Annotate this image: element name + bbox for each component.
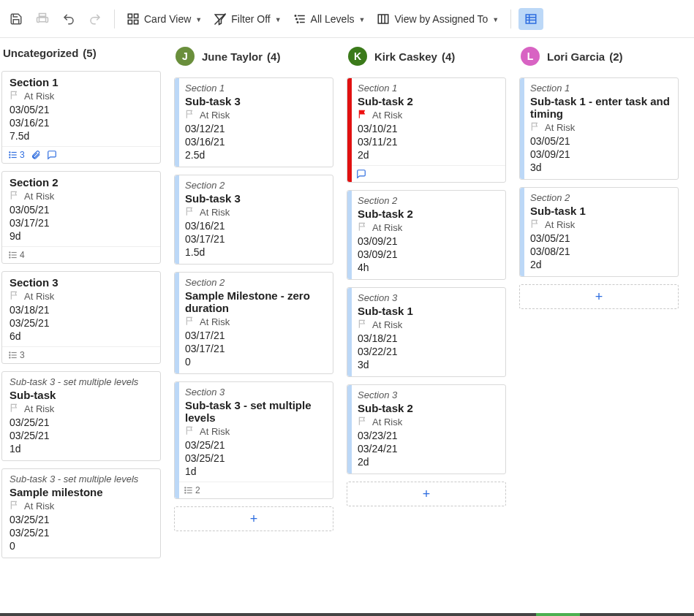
card-title: Sub-task 3 bbox=[185, 95, 325, 107]
card-title: Sub-task 1 bbox=[358, 305, 498, 317]
svg-rect-3 bbox=[135, 14, 138, 18]
subtasks-count: 3 bbox=[8, 150, 25, 160]
redo-button[interactable] bbox=[83, 7, 107, 31]
svg-point-13 bbox=[297, 21, 298, 23]
lane-name: Lori Garcia bbox=[547, 50, 605, 63]
task-card[interactable]: Sub-task 3 - set multiple levelsSample m… bbox=[1, 468, 161, 558]
risk-label: At Risk bbox=[24, 501, 54, 512]
card-line: 03/17/21 bbox=[10, 217, 153, 229]
card-meta: 3 bbox=[2, 346, 160, 363]
task-card[interactable]: Section 1Sub-task 1 - enter task and tim… bbox=[519, 77, 679, 180]
svg-point-36 bbox=[10, 352, 10, 353]
card-line: 03/08/21 bbox=[530, 246, 671, 257]
plus-icon: + bbox=[595, 289, 603, 305]
add-card-button[interactable]: + bbox=[519, 284, 679, 309]
task-card[interactable]: Section 1Sub-task 2At Risk03/10/2103/11/… bbox=[347, 77, 506, 183]
svg-rect-5 bbox=[135, 20, 138, 23]
svg-point-42 bbox=[185, 487, 186, 488]
view-by-menu[interactable]: View by Assigned To ▼ bbox=[372, 9, 503, 28]
add-card-button[interactable]: + bbox=[174, 506, 333, 531]
card-line: 03/22/21 bbox=[358, 346, 498, 357]
card-title: Sub-task 3 - set multiple levels bbox=[185, 399, 325, 424]
svg-point-38 bbox=[10, 357, 10, 358]
task-card[interactable]: Section 3Sub-task 2At Risk03/23/2103/24/… bbox=[347, 384, 506, 474]
risk-label: At Risk bbox=[200, 316, 230, 327]
undo-button[interactable] bbox=[57, 7, 80, 31]
task-card[interactable]: Section 2Sub-task 1At Risk03/05/2103/08/… bbox=[519, 187, 679, 277]
task-card[interactable]: Section 1At Risk03/05/2103/16/217.5d3 bbox=[1, 71, 161, 164]
compact-view-toggle[interactable] bbox=[518, 8, 543, 30]
card-title: Section 3 bbox=[10, 276, 153, 289]
subtasks-count: 3 bbox=[8, 350, 25, 360]
compact-icon bbox=[524, 12, 538, 26]
flag-icon bbox=[10, 90, 20, 102]
task-card[interactable]: Section 3At Risk03/18/2103/25/216d3 bbox=[1, 271, 161, 364]
card-view-icon bbox=[127, 12, 140, 26]
card-accent bbox=[347, 385, 352, 474]
card-view-menu[interactable]: Card View ▼ bbox=[122, 9, 206, 28]
comment-icon bbox=[356, 169, 366, 179]
card-line: 03/16/21 bbox=[185, 136, 325, 148]
avatar: K bbox=[348, 47, 367, 66]
card-line: 03/05/21 bbox=[10, 104, 153, 115]
card-accent bbox=[175, 78, 179, 167]
risk-label: At Risk bbox=[200, 207, 230, 218]
task-card[interactable]: Section 3Sub-task 1At Risk03/18/2103/22/… bbox=[347, 287, 506, 377]
chevron-down-icon: ▼ bbox=[195, 16, 202, 23]
card-meta bbox=[347, 165, 505, 182]
plus-icon: + bbox=[250, 512, 258, 527]
lane-uncat: Uncategorized (5)Section 1At Risk03/05/2… bbox=[1, 44, 161, 616]
lane-june: JJune Taylor (4)Section 1Sub-task 3At Ri… bbox=[174, 44, 333, 616]
risk-label: At Risk bbox=[200, 110, 230, 121]
risk-row: At Risk bbox=[530, 218, 671, 231]
risk-row: At Risk bbox=[358, 109, 498, 121]
card-line: 1d bbox=[10, 443, 153, 455]
card-section: Section 3 bbox=[358, 292, 498, 303]
card-line: 03/25/21 bbox=[185, 452, 325, 464]
svg-point-25 bbox=[10, 154, 10, 155]
filter-menu[interactable]: Filter Off ▼ bbox=[209, 9, 285, 28]
card-line: 03/11/21 bbox=[358, 136, 498, 148]
chevron-down-icon: ▼ bbox=[492, 16, 499, 23]
flag-icon bbox=[10, 190, 20, 202]
flag-icon bbox=[185, 425, 195, 438]
subtasks-count: 2 bbox=[184, 485, 200, 495]
card-line: 0 bbox=[185, 356, 325, 368]
task-card[interactable]: Sub-task 3 - set multiple levelsSub-task… bbox=[1, 371, 161, 461]
lane-lori: LLori Garcia (2)Section 1Sub-task 1 - en… bbox=[519, 44, 679, 616]
lane-count: (5) bbox=[83, 47, 96, 59]
risk-row: At Risk bbox=[10, 290, 153, 303]
card-line: 03/18/21 bbox=[358, 332, 498, 344]
task-card[interactable]: Section 2Sub-task 3At Risk03/16/2103/17/… bbox=[174, 175, 333, 265]
risk-row: At Risk bbox=[358, 319, 498, 331]
levels-menu[interactable]: All Levels ▼ bbox=[289, 9, 370, 28]
task-card[interactable]: Section 3Sub-task 3 - set multiple level… bbox=[174, 381, 333, 499]
card-accent bbox=[175, 175, 179, 264]
add-card-button[interactable]: + bbox=[347, 482, 506, 506]
task-card[interactable]: Section 2At Risk03/05/2103/17/219d4 bbox=[1, 171, 161, 264]
save-button[interactable] bbox=[4, 7, 28, 31]
card-line: 03/18/21 bbox=[10, 304, 153, 316]
lane-count: (4) bbox=[267, 50, 280, 63]
card-meta: 2 bbox=[175, 482, 333, 498]
attachment-icon bbox=[31, 150, 41, 160]
flag-icon bbox=[185, 109, 195, 121]
lane-name: Kirk Caskey bbox=[374, 50, 437, 63]
lane-header: Uncategorized (5) bbox=[1, 44, 161, 64]
print-button[interactable] bbox=[31, 7, 54, 31]
risk-row: At Risk bbox=[10, 190, 153, 202]
risk-label: At Risk bbox=[372, 222, 402, 233]
svg-rect-0 bbox=[39, 17, 46, 21]
risk-label: At Risk bbox=[24, 291, 54, 302]
card-line: 1.5d bbox=[185, 246, 325, 258]
card-line: 2d bbox=[530, 259, 671, 270]
task-card[interactable]: Section 1Sub-task 3At Risk03/12/2103/16/… bbox=[174, 77, 333, 167]
flag-icon bbox=[10, 500, 20, 512]
card-title: Sample Milestone - zero duration bbox=[185, 289, 325, 314]
card-line: 03/09/21 bbox=[358, 248, 498, 260]
task-card[interactable]: Section 2Sub-task 2At Risk03/09/2103/09/… bbox=[347, 190, 506, 280]
risk-label: At Risk bbox=[24, 191, 54, 202]
task-card[interactable]: Section 2Sample Milestone - zero duratio… bbox=[174, 272, 333, 374]
card-accent bbox=[347, 78, 352, 182]
lane-name: Uncategorized bbox=[3, 47, 78, 59]
